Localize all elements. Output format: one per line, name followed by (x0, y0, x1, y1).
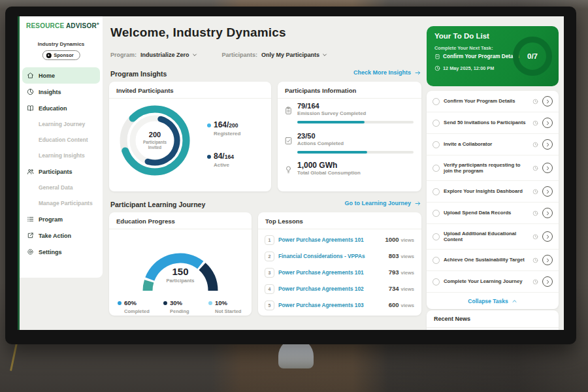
lesson-views: 1000 (385, 236, 399, 243)
task-go-button[interactable] (542, 208, 553, 218)
task-row[interactable]: Complete Your Learning Journey (427, 271, 559, 293)
task-checkbox[interactable] (433, 141, 440, 148)
legend-dot (208, 301, 212, 305)
program-filter-dropdown[interactable]: Industrialize Zero (140, 52, 197, 58)
sidebar-item-education-content[interactable]: Education Content (20, 132, 103, 148)
sidebar-item-learning-insights[interactable]: Learning Insights (20, 148, 103, 163)
collapse-tasks-link[interactable]: Collapse Tasks (427, 293, 559, 309)
lesson-link[interactable]: Financial Considerations - VPPAs (278, 253, 365, 259)
task-row[interactable]: Upload Spend Data Records (427, 203, 559, 224)
main-content: Welcome, Industry Dynamics Program: Indu… (109, 16, 421, 330)
participants-filter-dropdown[interactable]: Only My Participants (261, 52, 327, 58)
task-go-button[interactable] (542, 163, 553, 173)
task-checkbox[interactable] (433, 278, 440, 286)
filter-bar: Program: Industrialize Zero Participants… (110, 52, 327, 58)
lesson-link[interactable]: Power Purchase Agreements 103 (278, 302, 364, 308)
task-go-button[interactable] (542, 255, 553, 265)
task-checkbox[interactable] (433, 257, 440, 264)
task-row[interactable]: Explore Your Insights Dashboard (427, 181, 559, 203)
clock-icon (532, 142, 538, 148)
task-row[interactable]: Achieve One Sustainability Target (427, 250, 559, 271)
lesson-views-suffix: views (401, 302, 414, 308)
go-to-learning-journey-link[interactable]: Go to Learning Journey (344, 200, 421, 206)
task-checkbox[interactable] (433, 165, 440, 172)
brand-secondary: ADVISOR (66, 22, 97, 29)
progress-bar (297, 151, 414, 154)
task-row[interactable]: Send 50 Invitations to Participants (427, 112, 559, 134)
lesson-row: 2 Financial Considerations - VPPAs 803vi… (258, 248, 421, 265)
task-label: Confirm Your Program Details (444, 98, 529, 104)
sidebar-item-insights[interactable]: Insights (20, 84, 103, 100)
legend-item-active: 84/164 Active (207, 150, 267, 168)
task-go-button[interactable] (542, 276, 553, 287)
sidebar-item-learning-journey[interactable]: Learning Journey (20, 116, 103, 132)
sidebar-item-label: Program (39, 216, 63, 223)
take-action-icon (27, 232, 34, 239)
legend-total: 200 (229, 122, 238, 129)
sidebar-item-settings[interactable]: Settings (20, 244, 103, 260)
legend-value: 164/ (214, 120, 229, 129)
top-lessons-card: Top Lessons 1 Power Purchase Agreements … (258, 212, 421, 316)
divider (278, 98, 421, 99)
task-go-button[interactable] (542, 139, 553, 150)
sidebar-item-label: General Data (39, 184, 73, 191)
clock-icon (532, 99, 538, 105)
sidebar: RESOURCE ADVISOR+ Industry Dynamics Spon… (20, 16, 103, 278)
task-label: Achieve One Sustainability Target (444, 257, 529, 263)
task-go-button[interactable] (542, 96, 553, 106)
sidebar-item-education[interactable]: Education (20, 100, 103, 116)
sidebar-item-participants[interactable]: Participants (20, 163, 103, 180)
check-more-insights-link[interactable]: Check More Insights (353, 69, 421, 76)
task-go-button[interactable] (542, 231, 553, 242)
legend-item-registered: 164/200 Registered (207, 118, 267, 137)
task-label: Send 50 Invitations to Participants (444, 120, 529, 125)
dashboard-screen: RESOURCE ADVISOR+ Industry Dynamics Spon… (18, 16, 564, 330)
task-checkbox[interactable] (433, 188, 440, 195)
sidebar-item-program[interactable]: Program (20, 211, 103, 227)
donut-center: 200 Participants Invited (117, 103, 193, 178)
lesson-link[interactable]: Power Purchase Agreements 102 (278, 286, 364, 292)
task-row[interactable]: Upload Additional Educational Content (427, 224, 559, 250)
lesson-rank: 2 (265, 252, 274, 261)
legend-item-completed: 60% Completed (118, 296, 150, 314)
page-title: Welcome, Industry Dynamics (110, 25, 286, 40)
sidebar-item-label: Education Content (39, 137, 88, 143)
sidebar-item-label: Settings (39, 249, 62, 255)
donut-center-value: 200 (149, 131, 161, 139)
brand-plus: + (97, 22, 99, 26)
task-checkbox[interactable] (433, 233, 440, 240)
task-go-button[interactable] (542, 186, 553, 197)
task-checkbox[interactable] (433, 210, 440, 217)
brand-primary: RESOURCE (26, 22, 64, 29)
legend-label: Registered (214, 131, 267, 137)
lesson-link[interactable]: Power Purchase Agreements 101 (278, 237, 364, 243)
todo-panel: Your To Do List Complete Your Next Task:… (427, 16, 559, 330)
lesson-rank: 5 (265, 301, 274, 310)
sidebar-item-general-data[interactable]: General Data (20, 180, 103, 195)
legend-label: Not Started (215, 308, 241, 314)
task-checkbox[interactable] (433, 120, 440, 127)
lesson-row: 3 Power Purchase Agreements 101 793views (258, 265, 421, 281)
task-row[interactable]: Confirm Your Program Details (427, 91, 559, 112)
sidebar-item-manage-participants[interactable]: Manage Participants (20, 195, 103, 211)
task-label: Verify participants requesting to join t… (444, 162, 529, 174)
book-icon (27, 105, 34, 112)
divider (109, 98, 271, 99)
divider (258, 229, 421, 229)
clock-icon (532, 189, 538, 195)
clipboard-icon (434, 54, 440, 59)
top-lessons-title: Top Lessons (265, 218, 303, 225)
task-checkbox[interactable] (433, 98, 440, 105)
go-to-learning-journey-label: Go to Learning Journey (344, 200, 411, 206)
todo-tasks-card: Confirm Your Program Details Send 50 Inv… (427, 91, 559, 309)
sidebar-item-take-action[interactable]: Take Action (20, 227, 103, 244)
task-label: Invite a Collaborator (444, 141, 529, 147)
task-row[interactable]: Invite a Collaborator (427, 134, 559, 155)
legend-total: 164 (225, 154, 234, 160)
sidebar-item-home[interactable]: Home (22, 67, 100, 84)
sidebar-item-label: Learning Insights (39, 152, 85, 159)
stat-value: 23/50 (297, 132, 316, 140)
lesson-link[interactable]: Power Purchase Agreements 101 (278, 269, 364, 276)
task-go-button[interactable] (542, 118, 553, 128)
task-row[interactable]: Verify participants requesting to join t… (427, 155, 559, 181)
